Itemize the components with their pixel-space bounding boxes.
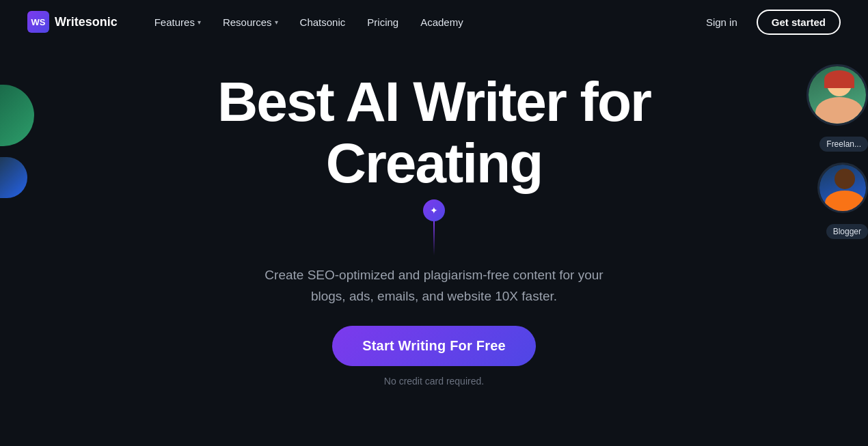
cursor-line [433,221,435,255]
avatar-blogger [817,163,868,213]
hero-subtitle: Create SEO-optimized and plagiarism-free… [249,265,619,307]
chevron-down-icon: ▾ [198,18,201,26]
nav-pricing[interactable]: Pricing [357,11,408,33]
logo-icon: WS [27,11,49,33]
navbar: WS Writesonic Features ▾ Resources ▾ Cha… [0,0,868,44]
nav-links: Features ▾ Resources ▾ Chatsonic Pricing… [145,11,698,33]
logo[interactable]: WS Writesonic [27,11,118,33]
freelancer-badge: Freelan... [819,137,868,152]
nav-chatsonic[interactable]: Chatsonic [290,11,355,33]
cursor-icon: ✦ [423,199,445,221]
avatar-left-bottom [0,157,27,198]
hero-section: Freelan... Blogger Best AI Writer for Cr… [0,44,868,387]
brand-name: Writesonic [55,15,118,29]
nav-features[interactable]: Features ▾ [145,11,211,33]
avatar-left-top [0,85,34,146]
avatar-freelancer [806,64,868,126]
person-redhead-body [815,97,863,126]
nav-resources[interactable]: Resources ▾ [213,11,288,33]
person-blackman-body [825,191,865,213]
no-credit-text: No credit card required. [384,376,484,387]
nav-right: Sign in Get started [698,10,841,35]
get-started-button[interactable]: Get started [757,10,841,35]
blogger-badge: Blogger [826,224,868,239]
person-redhead-avatar [809,66,868,126]
cursor-pin: ✦ [423,199,445,255]
avatar-left-group [0,85,34,198]
sign-in-button[interactable]: Sign in [698,11,746,33]
hero-title: Best AI Writer for Creating [126,71,742,194]
person-blackman-avatar [819,165,868,213]
cta-button[interactable]: Start Writing For Free [332,326,536,366]
nav-academy[interactable]: Academy [411,11,473,33]
chevron-down-icon: ▾ [275,18,278,26]
avatar-right-group: Freelan... Blogger [806,64,868,239]
